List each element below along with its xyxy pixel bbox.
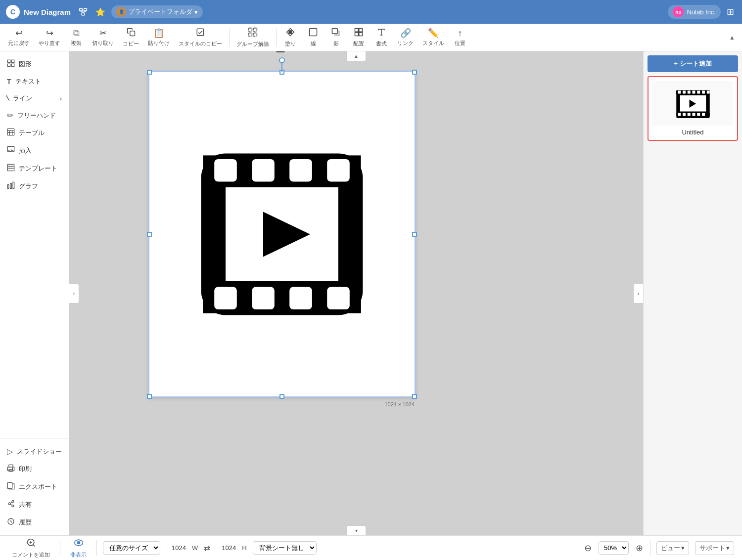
handle-mid-right[interactable] — [412, 232, 417, 237]
zoom-in-btn[interactable]: ⊕ — [635, 542, 644, 555]
svg-rect-0 — [80, 8, 83, 11]
sidebar-item-table[interactable]: テーブル — [0, 124, 69, 142]
star-icon-btn[interactable]: ⭐ — [93, 5, 107, 19]
rotation-line — [281, 62, 282, 72]
collapse-right-btn[interactable]: › — [633, 284, 643, 303]
copy-style-button[interactable]: スタイルのコピー — [175, 26, 226, 49]
avatar: nu — [673, 6, 684, 17]
sidebar-item-share[interactable]: 共有 — [0, 496, 69, 514]
hide-label: 非表示 — [70, 551, 87, 559]
header: C New Diagram ⭐ 👤 プライベートフォルダ ▾ nu Nulab … — [0, 0, 742, 24]
sidebar-label-freehand: フリーハンド — [17, 111, 56, 120]
hide-button[interactable]: 非表示 — [66, 536, 91, 560]
link-icon: 🔗 — [400, 28, 411, 39]
svg-rect-9 — [249, 28, 252, 31]
svg-rect-14 — [310, 28, 317, 36]
folder-selector[interactable]: 👤 プライベートフォルダ ▾ — [111, 5, 203, 18]
undo-button[interactable]: ↩ 元に戻す — [4, 26, 34, 49]
cut-button[interactable]: ✂ 切り取り — [88, 26, 118, 49]
width-unit: W — [192, 544, 198, 552]
sidebar-item-text[interactable]: T テキスト — [0, 73, 69, 90]
zoom-level-select[interactable]: 50% — [599, 541, 629, 555]
svg-rect-69 — [683, 91, 686, 94]
collapse-bottom-btn[interactable]: ▾ — [346, 525, 366, 535]
sidebar-item-slideshow[interactable]: ▷ スライドショー — [0, 443, 69, 460]
svg-rect-22 — [7, 60, 10, 62]
company-name: Nulab Inc. — [687, 8, 716, 16]
view-label: ビュー — [661, 544, 680, 553]
chevron-down-icon: ▾ — [194, 8, 198, 16]
sidebar-item-history[interactable]: 履歴 — [0, 514, 69, 531]
copy-button[interactable]: コピー — [119, 26, 143, 49]
text-format-button[interactable]: 書式 — [371, 26, 392, 49]
sidebar-item-print[interactable]: 印刷 — [0, 460, 69, 478]
swap-dimensions-btn[interactable]: ⇄ — [204, 543, 210, 553]
toolbar-divider-2 — [276, 29, 277, 46]
svg-rect-24 — [7, 64, 10, 66]
fill-button[interactable]: 塗り — [279, 26, 301, 49]
svg-rect-70 — [687, 91, 690, 94]
hide-icon — [74, 538, 84, 550]
handle-bot-right[interactable] — [412, 394, 417, 399]
sidebar-label-insert: 挿入 — [19, 146, 32, 155]
size-preset-select[interactable]: 任意のサイズ — [103, 541, 160, 555]
handle-top-left[interactable] — [147, 70, 152, 75]
svg-rect-41 — [7, 482, 12, 488]
svg-rect-20 — [355, 32, 359, 36]
svg-rect-23 — [11, 60, 14, 62]
film-icon — [188, 140, 376, 328]
sheet-card-untitled[interactable]: Untitled — [648, 76, 738, 141]
sidebar-item-line[interactable]: / ライン › — [0, 90, 69, 107]
add-sheet-button[interactable]: + シート追加 — [648, 55, 738, 72]
svg-rect-68 — [678, 91, 681, 94]
zoom-out-btn[interactable]: ⊖ — [583, 542, 593, 555]
copy-icon — [127, 28, 136, 39]
svg-rect-11 — [249, 33, 252, 36]
handle-top-right[interactable] — [412, 70, 417, 75]
diagram-icon-btn[interactable] — [77, 5, 90, 18]
background-select[interactable]: 背景シート無し — [253, 541, 317, 555]
svg-rect-26 — [7, 129, 14, 135]
handle-mid-left[interactable] — [147, 232, 152, 237]
canvas-area[interactable]: ‹ › ▲ ▾ 0° 1024 x 1024 — [69, 51, 643, 535]
user-info[interactable]: nu Nulab Inc. — [668, 5, 721, 19]
print-icon — [7, 464, 15, 474]
svg-point-43 — [12, 500, 14, 502]
sidebar-item-graph[interactable]: グラフ — [0, 177, 69, 195]
diagram-canvas[interactable]: 0° 1024 x 1024 — [148, 71, 416, 397]
support-chevron-icon: ▾ — [726, 544, 730, 552]
paste-button[interactable]: 📋 貼り付け — [144, 26, 174, 49]
sidebar-item-freehand[interactable]: ✏ フリーハンド — [0, 107, 69, 124]
line-expand-icon: › — [60, 95, 62, 102]
svg-rect-35 — [7, 185, 9, 189]
style-button[interactable]: ✏️ スタイル — [418, 26, 448, 49]
handle-bot-mid[interactable] — [279, 394, 284, 399]
redo-button[interactable]: ↪ やり直す — [35, 26, 64, 49]
handle-bot-left[interactable] — [147, 394, 152, 399]
sidebar-label-table: テーブル — [19, 129, 45, 137]
toolbar-collapse-btn[interactable]: ▲ — [726, 32, 738, 43]
rotation-handle[interactable] — [279, 57, 285, 63]
sidebar-item-template[interactable]: テンプレート — [0, 160, 69, 177]
svg-rect-2 — [82, 13, 85, 15]
grid-menu-btn[interactable]: ⊞ — [725, 4, 736, 19]
support-btn[interactable]: サポート ▾ — [695, 541, 734, 555]
shadow-button[interactable]: 影 — [325, 26, 347, 49]
sidebar-item-shapes[interactable]: 図形 — [0, 55, 69, 73]
svg-rect-77 — [683, 113, 686, 116]
duplicate-button[interactable]: ⧉ 複製 — [65, 26, 87, 49]
copy-style-icon — [196, 28, 205, 39]
sidebar-item-export[interactable]: エクスポート — [0, 478, 69, 496]
link-button[interactable]: 🔗 リンク — [393, 26, 417, 49]
collapse-top-btn[interactable]: ▲ — [346, 51, 366, 61]
comment-button[interactable]: コメントを追加 — [8, 536, 54, 560]
svg-rect-78 — [687, 113, 690, 116]
ungroup-button[interactable]: グループ解除 — [232, 25, 273, 50]
footer: コメントを追加 非表示 任意のサイズ 1024 W ⇄ 1024 H 背景シート… — [0, 535, 742, 560]
arrange-button[interactable]: 配置 — [348, 26, 370, 49]
line-style-button[interactable]: 線 — [302, 26, 324, 49]
position-button[interactable]: ↑ 位置 — [449, 26, 471, 49]
view-btn[interactable]: ビュー ▾ — [656, 541, 689, 555]
sidebar-item-insert[interactable]: 挿入 — [0, 142, 69, 160]
collapse-left-btn[interactable]: ‹ — [69, 284, 79, 303]
